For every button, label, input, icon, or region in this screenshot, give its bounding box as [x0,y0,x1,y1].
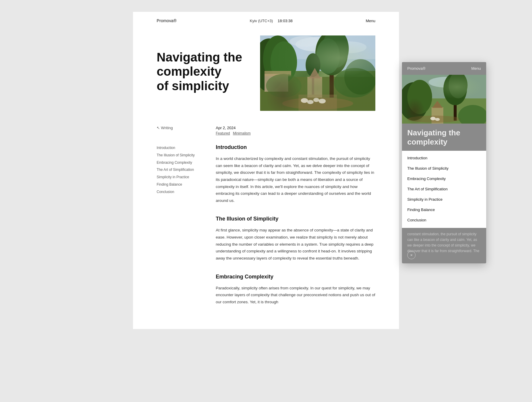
svg-rect-20 [299,95,337,111]
svg-rect-5 [260,77,375,111]
svg-rect-29 [402,75,486,124]
svg-rect-17 [307,77,322,98]
article-meta: ↖ Writing Apr 2, 2024 Featured Minimalis… [133,111,399,144]
toc-item-introduction[interactable]: Introduction [157,145,216,150]
meta-right: Apr 2, 2024 Featured Minimalism [216,126,375,135]
overlay-toc-simplification[interactable]: The Art of Simplification [402,184,486,194]
svg-rect-11 [330,50,334,98]
svg-rect-0 [260,35,375,71]
article-title: Navigating the complexity of simplicity [157,50,242,93]
toc-sidebar: Introduction The Illusion of Simplicity … [157,144,216,329]
svg-rect-30 [402,75,486,98]
svg-rect-10 [265,71,291,76]
article-date: Apr 2, 2024 [216,126,375,130]
header-center: Kyiv (UTC+3) 18:03:38 [250,19,293,23]
svg-point-33 [407,80,432,114]
overlay-header: Promova® Menu [402,62,486,75]
section-title-embracing: Embracing Complexity [216,274,375,280]
svg-point-3 [290,36,319,47]
svg-point-22 [307,100,314,104]
svg-point-19 [282,98,353,109]
menu-button[interactable]: Menu [366,19,375,23]
toc-item-conclusion[interactable]: Conclusion [157,189,216,194]
overlay-image [402,75,486,124]
overlay-toc-introduction[interactable]: Introduction [402,153,486,163]
overlay-toc-illusion[interactable]: The Illusion of Simplicity [402,163,486,174]
svg-point-40 [430,117,436,120]
svg-point-36 [449,75,468,98]
svg-point-25 [266,74,301,98]
toc-item-illusion[interactable]: The Illusion of Simplicity [157,153,216,158]
overlay-panel: Promova® Menu Navigating the complexity … [402,62,486,263]
svg-point-31 [429,77,464,87]
overlay-title: Navigating the complexity [402,124,486,147]
hero-section: Navigating the complexity of simplicity [133,35,399,111]
svg-point-24 [319,99,326,103]
tag-minimalism[interactable]: Minimalism [233,131,251,135]
svg-marker-38 [432,101,443,108]
overlay-toc-practice[interactable]: Simplicity in Practice [402,194,486,205]
svg-point-27 [344,59,375,95]
toc-item-balance[interactable]: Finding Balance [157,182,216,187]
overlay-close-button[interactable]: × [407,251,416,259]
overlay-toc-embracing[interactable]: Embracing Complexity [402,174,486,184]
content-area: Introduction The Illusion of Simplicity … [133,144,399,329]
svg-point-13 [322,35,349,68]
back-link[interactable]: ↖ Writing [157,126,216,130]
overlay-bottom-area: constant stimulation, the pursuit of sim… [402,228,486,264]
section-para-illusion: At first glance, simplicity may appear a… [216,227,375,262]
svg-point-23 [313,98,319,102]
svg-rect-15 [312,65,314,95]
site-header: Promova® Kyiv (UTC+3) 18:03:38 Menu [133,12,399,30]
svg-point-35 [443,75,467,105]
toc-item-practice[interactable]: Simplicity in Practice [157,175,216,180]
svg-point-6 [260,38,285,92]
svg-point-39 [408,116,461,123]
header-time: 18:03:38 [278,19,293,23]
svg-point-12 [315,35,348,75]
svg-point-42 [458,105,486,124]
overlay-menu-button[interactable]: Menu [471,66,481,71]
hero-image [260,35,375,111]
svg-point-14 [316,38,340,74]
svg-rect-9 [265,74,288,92]
toc-item-embracing[interactable]: Embracing Complexity [157,160,216,165]
main-page: Promova® Kyiv (UTC+3) 18:03:38 Menu [133,12,399,329]
section-title-illusion: The Illusion of Simplicity [216,216,375,222]
svg-rect-34 [454,85,457,121]
article-tags: Featured Minimalism [216,131,375,135]
article-body: Introduction In a world characterized by… [216,144,375,329]
svg-point-4 [331,41,366,53]
toc-item-simplification[interactable]: The Art of Simplification [157,167,216,172]
svg-rect-28 [260,35,375,111]
svg-point-32 [402,82,429,121]
svg-point-41 [435,118,440,121]
overlay-logo: Promova® [407,66,426,71]
svg-point-21 [301,98,308,103]
svg-point-16 [306,53,320,77]
overlay-toc-conclusion[interactable]: Conclusion [402,215,486,226]
site-logo: Promova® [157,18,176,23]
svg-point-8 [270,41,297,83]
header-timezone: Kyiv (UTC+3) [250,19,273,23]
svg-point-7 [263,35,293,83]
overlay-toc-balance[interactable]: Finding Balance [402,205,486,215]
svg-point-2 [296,37,343,52]
svg-rect-1 [260,35,375,59]
meta-left: ↖ Writing [157,126,216,135]
svg-rect-37 [432,107,443,124]
overlay-toc: Introduction The Illusion of Simplicity … [402,151,486,228]
tag-featured[interactable]: Featured [216,131,230,135]
section-para-embracing: Paradoxically, simplicity often arises f… [216,285,375,306]
svg-point-26 [334,68,375,98]
section-para-introduction: In a world characterized by complexity a… [216,155,375,204]
section-title-introduction: Introduction [216,144,375,150]
svg-marker-18 [309,68,321,78]
